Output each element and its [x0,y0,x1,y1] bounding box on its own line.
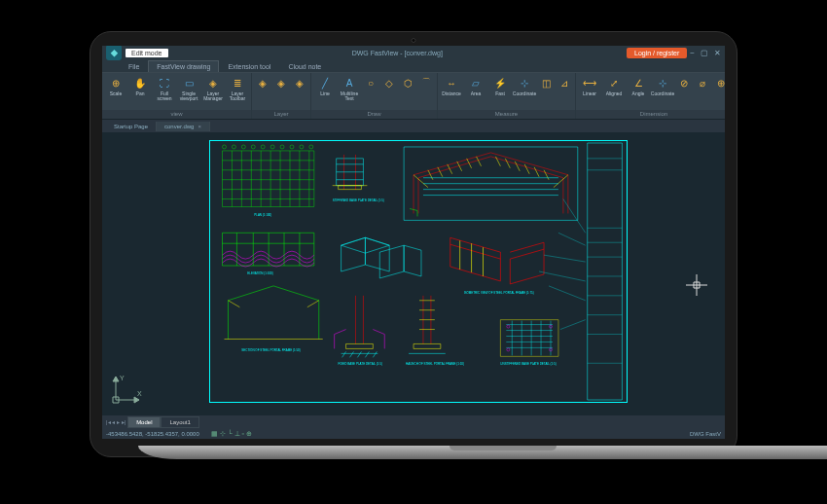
layout-tabs: |◂ ◂ ▸ ▸| Model Layout1 [102,415,725,428]
svg-line-58 [544,170,549,180]
ribbon-btn-icon[interactable]: ◇ [380,75,398,110]
layout-tab-layout1[interactable]: Layout1 [161,416,198,428]
menu-tab-extension[interactable]: Extension tool [219,60,279,72]
svg-line-118 [560,320,586,330]
svg-rect-92 [414,343,441,348]
ribbon-btn-icon[interactable]: ⊘ [675,75,693,110]
svg-marker-74 [404,245,421,276]
svg-line-89 [373,351,377,357]
svg-point-31 [270,145,274,149]
ribbon-btn-icon[interactable]: ○ [362,75,379,110]
layout-nav-arrows[interactable]: |◂ ◂ ▸ ▸| [104,418,127,425]
svg-line-56 [524,164,529,174]
close-tab-icon[interactable]: × [198,124,201,129]
ribbon-btn-icon[interactable]: ◈ [291,75,308,110]
ribbon-btn-icon[interactable]: ⌒ [417,75,435,110]
status-coords: -453486.5428, -51825.4357, 0.0000 [106,431,199,437]
ribbon-btn-linear[interactable]: ⟷Linear [578,75,601,110]
ribbon-btn-icon[interactable]: ◫ [537,75,555,110]
ribbon-btn-multiline-text[interactable]: AMultiline Text [338,75,361,110]
ribbon-btn-coordinate[interactable]: ⊹Coordinate [513,75,536,110]
svg-line-45 [414,175,428,188]
svg-line-116 [539,271,586,281]
ribbon-btn-line[interactable]: ╱Line [313,75,337,110]
ribbon-btn-pan[interactable]: ✋Pan [128,75,152,110]
ribbon-btn-icon[interactable]: ◈ [254,75,271,110]
ribbon-btn-icon[interactable]: ⊕ [712,75,725,110]
ribbon-icon: ⌀ [695,75,710,90]
ribbon-btn-layer-toolbar[interactable]: ≣Layer Toolbar [226,75,249,110]
ribbon-icon: ⤢ [606,75,622,90]
minimize-icon[interactable]: − [690,49,695,57]
ribbon-btn-distance[interactable]: ↔Distance [440,75,463,110]
ribbon-label: Linear [583,91,596,96]
doc-tab-file[interactable]: conver.dwg × [157,122,210,131]
svg-line-53 [495,157,500,166]
ribbon-btn-layer-manager[interactable]: ◈Layer Manager [201,75,225,110]
menu-tab-cloud[interactable]: Cloud note [279,60,330,72]
ribbon-btn-full-screen[interactable]: ⛶Full screen [153,75,176,110]
ribbon-btn-icon[interactable]: ◈ [272,75,290,110]
menu-tab-fastview[interactable]: FastView drawing [148,60,219,72]
ribbon-label: Layer Toolbar [226,91,249,101]
drawing-canvas[interactable]: PLAN (1:100) ELEVATION (1:100) STIFFENED… [102,132,725,415]
svg-line-85 [342,351,346,357]
ribbon-btn-area[interactable]: ▱Area [464,75,487,110]
ribbon-group-label: Layer [252,110,310,119]
svg-rect-83 [346,343,374,348]
ribbon-icon: ◈ [273,75,289,90]
status-bar: -453486.5428, -51825.4357, 0.0000 ▦ ⊹ └ … [102,428,725,439]
ribbon-icon: ∠ [630,75,646,90]
svg-text:STIFFENED BASE PLATE DETAIL (1: STIFFENED BASE PLATE DETAIL (1:5) [333,198,384,202]
ribbon-icon: ≣ [230,75,245,90]
edit-mode-toggle[interactable]: Edit mode [126,49,168,57]
doc-tab-label: Startup Page [114,124,148,129]
svg-marker-70 [342,237,366,271]
maximize-icon[interactable]: ▢ [701,49,708,57]
ribbon-btn-icon[interactable]: ⊿ [556,75,573,110]
ribbon-btn-icon[interactable]: ⌀ [694,75,711,110]
ribbon-icon: ⛶ [157,75,172,90]
svg-line-80 [307,301,319,307]
ribbon-icon: ◫ [538,75,554,90]
app-logo: ◆ [106,46,122,60]
svg-point-30 [261,145,265,149]
menu-tab-file[interactable]: File [120,60,148,72]
svg-text:ELEVATION (1:100): ELEVATION (1:100) [247,271,272,275]
menu-bar: File FastView drawing Extension tool Clo… [102,59,725,73]
ribbon-label: Multiline Text [338,91,361,101]
ribbon-btn-angle[interactable]: ∠Angle [627,75,650,110]
ribbon-label: Coordinate [513,91,536,96]
ribbon-label: Aligned [606,91,623,96]
svg-line-79 [228,301,239,307]
ribbon-icon: ◈ [255,75,270,90]
ribbon-icon: ✋ [132,75,148,90]
login-button[interactable]: Login / register [627,48,687,58]
ribbon-btn-fast[interactable]: ⚡Fast [488,75,512,110]
svg-line-57 [534,167,539,177]
svg-rect-11 [223,151,314,207]
ribbon-group-label: Measure [438,110,575,119]
ribbon-icon: ⚡ [492,75,508,90]
svg-point-32 [280,145,284,149]
laptop-base [138,446,827,459]
layout-tab-model[interactable]: Model [127,416,161,428]
ribbon-btn-single-viewport[interactable]: ▭Single viewport [177,75,200,110]
status-toggle-icons[interactable]: ▦ ⊹ └ ⊥ ▫ ⊕ [211,430,252,438]
ribbon-label: Layer Manager [201,91,225,101]
status-brand: DWG FastV [690,431,721,437]
ribbon-btn-coordinate[interactable]: ⊹Coordinate [651,75,674,110]
ribbon-label: Line [320,91,329,96]
doc-tab-startup[interactable]: Startup Page [106,122,157,131]
ribbon-label: Coordinate [651,91,674,96]
ribbon-btn-aligned[interactable]: ⤢Aligned [602,75,626,110]
ribbon-btn-scale[interactable]: ⊕Scale [104,75,127,110]
svg-point-111 [507,348,510,351]
close-icon[interactable]: ✕ [714,49,721,57]
window-title: DWG FastView - [conver.dwg] [168,50,627,56]
ribbon-icon: A [342,75,357,90]
ribbon-btn-icon[interactable]: ⬡ [399,75,416,110]
svg-line-55 [515,162,520,171]
ribbon-label: Pan [136,91,145,96]
svg-marker-129 [113,377,119,381]
